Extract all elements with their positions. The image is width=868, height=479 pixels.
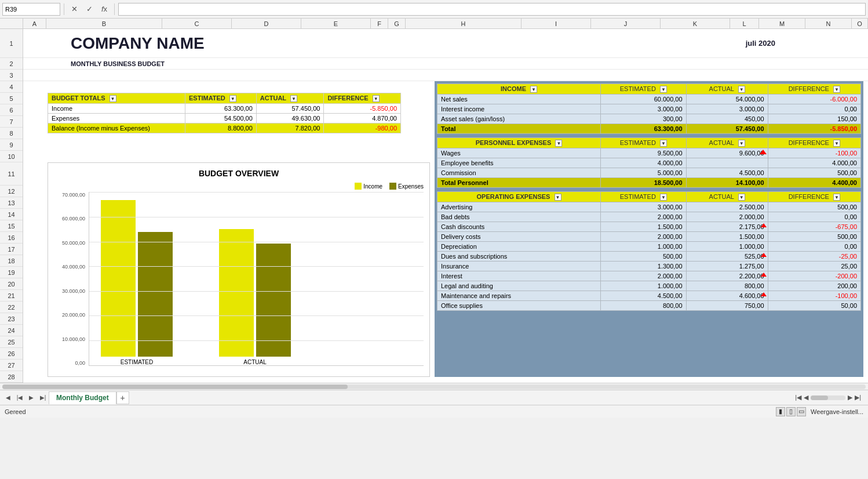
tab-last-btn[interactable]: ▶| xyxy=(37,392,49,404)
row-num-17[interactable]: 17 xyxy=(0,244,23,255)
expenses-label: Expenses xyxy=(48,114,185,124)
col-header-k[interactable]: K xyxy=(661,19,730,28)
row-num-18[interactable]: 18 xyxy=(0,255,23,267)
row-num-16[interactable]: 16 xyxy=(0,232,23,244)
cancel-button[interactable]: ✕ xyxy=(68,3,81,16)
personnel-filter[interactable]: ▼ xyxy=(555,140,562,147)
row-num-12[interactable]: 12 xyxy=(0,186,23,197)
grid-line-3 xyxy=(89,266,424,267)
interest-diff: 0,00 xyxy=(768,104,860,114)
personnel-diff-filter[interactable]: ▼ xyxy=(833,140,840,147)
budget-row-expenses: Expenses 54.500,00 49.630,00 4.870,00 xyxy=(48,114,401,124)
tab-prev-btn[interactable]: ◀ xyxy=(2,392,14,404)
name-box[interactable]: R39 xyxy=(2,3,60,16)
monthly-budget-tab[interactable]: Monthly Budget xyxy=(49,391,116,404)
scrollbar-controls: |◀ ◀ ▶ ▶| xyxy=(795,394,861,401)
diff-filter[interactable]: ▼ xyxy=(373,95,380,102)
income-header: INCOME ▼ xyxy=(437,84,601,95)
row-num-21[interactable]: 21 xyxy=(0,290,23,302)
operating-row-4: Depreciation1.000,001.000,000,00 xyxy=(437,242,861,252)
row-num-8[interactable]: 8 xyxy=(0,128,23,139)
budget-totals-actual-header: ACTUAL ▼ xyxy=(256,93,324,104)
operating-row-6: Insurance1.300,001.275,0025,00 xyxy=(437,262,861,271)
personnel-header: PERSONNEL EXPENSES ▼ xyxy=(437,138,601,148)
row-num-27[interactable]: 27 xyxy=(0,360,23,371)
row-num-24[interactable]: 24 xyxy=(0,325,23,336)
col-header-h[interactable]: H xyxy=(406,19,521,28)
confirm-button[interactable]: ✓ xyxy=(83,3,96,16)
function-button[interactable]: fx xyxy=(98,3,111,16)
row-num-10[interactable]: 10 xyxy=(0,151,23,162)
op-diff-7: -200,00 xyxy=(768,271,860,281)
normal-view-btn[interactable]: ▮ xyxy=(776,407,785,416)
row-num-13[interactable]: 13 xyxy=(0,197,23,209)
income-filter[interactable]: ▼ xyxy=(530,86,537,93)
row-num-6[interactable]: 6 xyxy=(0,104,23,116)
col-header-n[interactable]: N xyxy=(805,19,852,28)
income-act-filter[interactable]: ▼ xyxy=(738,86,745,93)
op-act-4: 1.000,00 xyxy=(686,242,768,252)
personnel-est-filter[interactable]: ▼ xyxy=(660,140,667,147)
row-num-23[interactable]: 23 xyxy=(0,313,23,325)
col-header-e[interactable]: E xyxy=(301,19,371,28)
status-right-label: Weergave-instell... xyxy=(811,408,863,415)
op-label-9: Maintenance and repairs xyxy=(437,291,601,301)
income-diff-filter[interactable]: ▼ xyxy=(833,86,840,93)
page-view-btn[interactable]: ▯ xyxy=(786,407,796,416)
row-num-26[interactable]: 26 xyxy=(0,348,23,360)
row-num-20[interactable]: 20 xyxy=(0,278,23,290)
benefits-actual xyxy=(686,158,768,168)
row-num-25[interactable]: 25 xyxy=(0,336,23,348)
budget-totals-filter[interactable]: ▼ xyxy=(110,95,116,102)
row-num-5[interactable]: 5 xyxy=(0,93,23,104)
row-num-7[interactable]: 7 xyxy=(0,116,23,128)
row-num-28[interactable]: 28 xyxy=(0,371,23,383)
income-est-filter[interactable]: ▼ xyxy=(660,86,667,93)
col-header-a[interactable]: A xyxy=(23,19,46,28)
row-num-14[interactable]: 14 xyxy=(0,209,23,220)
operating-diff-filter[interactable]: ▼ xyxy=(833,194,840,201)
row-num-1[interactable]: 1 xyxy=(0,29,23,58)
tab-next-btn[interactable]: ▶ xyxy=(25,392,37,404)
col-header-d[interactable]: D xyxy=(232,19,301,28)
add-tab-button[interactable]: + xyxy=(116,391,129,404)
row-num-3[interactable]: 3 xyxy=(0,70,23,81)
row-num-2[interactable]: 2 xyxy=(0,58,23,70)
view-buttons: ▮ ▯ ▭ xyxy=(776,407,806,416)
row-num-15[interactable]: 15 xyxy=(0,220,23,232)
flag-wages xyxy=(760,150,767,154)
operating-act-filter[interactable]: ▼ xyxy=(738,194,745,201)
actual-filter[interactable]: ▼ xyxy=(290,95,297,102)
operating-est-filter[interactable]: ▼ xyxy=(660,194,667,201)
col-header-o[interactable]: O xyxy=(852,19,868,28)
op-label-7: Interest xyxy=(437,271,601,281)
estimated-filter[interactable]: ▼ xyxy=(229,95,236,102)
col-header-c[interactable]: C xyxy=(162,19,232,28)
row-num-22[interactable]: 22 xyxy=(0,302,23,313)
page-break-btn[interactable]: ▭ xyxy=(797,407,806,416)
op-diff-9: -100,00 xyxy=(768,291,860,301)
grid-line-6 xyxy=(89,340,424,341)
wages-actual: 9.600,00 xyxy=(686,148,768,158)
col-header-j[interactable]: J xyxy=(591,19,661,28)
col-header-b[interactable]: B xyxy=(46,19,162,28)
row-num-19[interactable]: 19 xyxy=(0,267,23,278)
col-header-f[interactable]: F xyxy=(371,19,388,28)
row-num-9[interactable]: 9 xyxy=(0,139,23,151)
col-header-g[interactable]: G xyxy=(388,19,406,28)
row-num-4[interactable]: 4 xyxy=(0,81,23,93)
formula-input[interactable] xyxy=(118,3,866,16)
operating-filter[interactable]: ▼ xyxy=(555,194,561,201)
col-header-l[interactable]: L xyxy=(730,19,759,28)
horizontal-scrollbar[interactable] xyxy=(0,383,868,390)
col-header-i[interactable]: I xyxy=(521,19,591,28)
personnel-act-filter[interactable]: ▼ xyxy=(738,140,745,147)
col-header-m[interactable]: M xyxy=(759,19,805,28)
personnel-row-benefits: Employee benefits 4.000,00 4.000,00 xyxy=(437,158,861,168)
op-est-10: 800,00 xyxy=(601,301,687,311)
personnel-table: PERSONNEL EXPENSES ▼ ESTIMATED ▼ ACTUAL … xyxy=(437,137,861,188)
tab-first-btn[interactable]: |◀ xyxy=(14,392,25,404)
op-act-8: 800,00 xyxy=(686,281,768,291)
row-num-11[interactable]: 11 xyxy=(0,162,23,186)
bar-group-actual: ACTUAL xyxy=(219,229,291,365)
